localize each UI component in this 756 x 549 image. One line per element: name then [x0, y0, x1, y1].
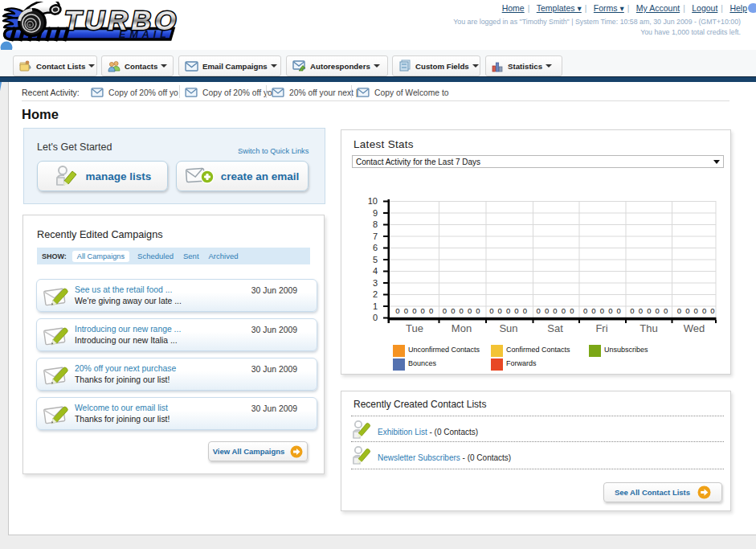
svg-text:3: 3 — [373, 278, 378, 288]
svg-text:EMAIL: EMAIL — [119, 29, 170, 40]
svg-text:0: 0 — [421, 306, 425, 315]
svg-text:0: 0 — [395, 306, 399, 315]
svg-text:Fri: Fri — [595, 322, 607, 334]
svg-text:0: 0 — [373, 313, 378, 322]
svg-text:7: 7 — [373, 231, 378, 241]
svg-text:Sun: Sun — [499, 322, 517, 334]
svg-text:4: 4 — [373, 266, 378, 276]
svg-text:2: 2 — [373, 289, 378, 299]
svg-text:6: 6 — [373, 243, 378, 252]
svg-text:8: 8 — [373, 219, 378, 229]
svg-text:Wed: Wed — [684, 322, 705, 334]
svg-text:Mon: Mon — [452, 322, 472, 334]
svg-text:0: 0 — [404, 306, 408, 315]
svg-text:10: 10 — [368, 196, 378, 206]
svg-text:Sat: Sat — [547, 322, 563, 334]
svg-text:1: 1 — [373, 301, 378, 311]
svg-text:9: 9 — [373, 208, 378, 218]
svg-text:Tue: Tue — [406, 322, 423, 334]
svg-text:Thu: Thu — [640, 322, 657, 334]
svg-text:0: 0 — [412, 306, 416, 315]
svg-text:5: 5 — [373, 255, 378, 264]
svg-text:0: 0 — [429, 306, 433, 315]
